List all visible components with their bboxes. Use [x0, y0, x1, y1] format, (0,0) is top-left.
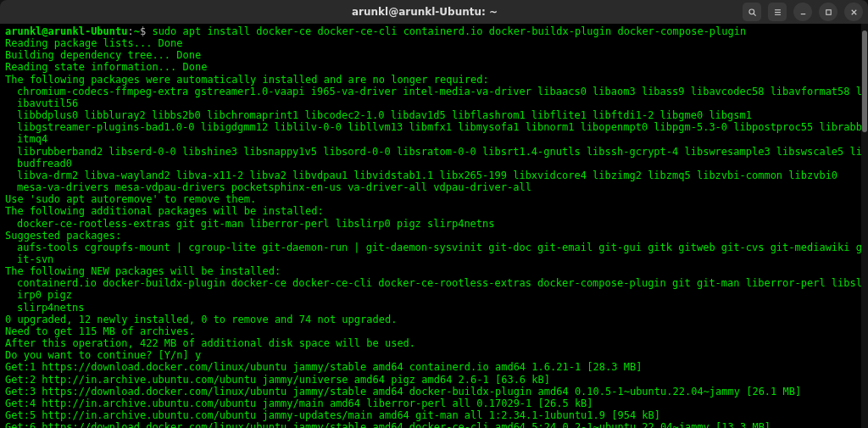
output-line: The following NEW packages will be insta…	[5, 265, 863, 277]
minimize-button[interactable]	[793, 3, 812, 21]
svg-point-0	[748, 8, 754, 14]
output-line: librubberband2 libserd-0-0 libshine3 lib…	[5, 146, 863, 170]
output-line: Get:4 http://in.archive.ubuntu.com/ubunt…	[5, 397, 863, 409]
output-line: The following packages were automaticall…	[5, 74, 863, 86]
minimize-icon	[798, 8, 808, 17]
terminal-scrollbar[interactable]	[861, 24, 868, 428]
output-line: libbdplus0 libbluray2 libbs2b0 libchroma…	[5, 109, 863, 121]
output-line: Get:3 https://download.docker.com/linux/…	[5, 386, 863, 397]
output-line: Get:1 https://download.docker.com/linux/…	[5, 361, 863, 373]
output-line: 0 upgraded, 12 newly installed, 0 to rem…	[5, 314, 863, 325]
scrollbar-thumb[interactable]	[862, 31, 867, 132]
output-line: Need to get 115 MB of archives.	[5, 325, 863, 337]
search-button[interactable]	[743, 3, 761, 21]
close-icon	[849, 8, 859, 17]
output-line: After this operation, 422 MB of addition…	[5, 337, 863, 349]
output-line: Use 'sudo apt autoremove' to remove them…	[5, 193, 863, 205]
output-line: Reading state information... Done	[5, 61, 863, 73]
output-line: slirp4netns	[5, 302, 863, 314]
entered-command: sudo apt install docker-ce docker-ce-cli…	[152, 25, 746, 37]
output-line: containerd.io docker-buildx-plugin docke…	[5, 277, 863, 301]
titlebar-controls	[743, 3, 863, 21]
prompt-sep1: :	[128, 25, 134, 37]
output-line: libgstreamer-plugins-bad1.0-0 libigdgmm1…	[5, 121, 863, 145]
maximize-button[interactable]	[819, 3, 837, 21]
confirm-answer: y	[195, 349, 201, 361]
output-line: aufs-tools cgroupfs-mount | cgroup-lite …	[5, 242, 863, 265]
maximize-icon	[824, 8, 833, 17]
svg-line-1	[754, 14, 756, 16]
prompt-line: arunkl@arunkl-Ubuntu:~$ sudo apt install…	[5, 25, 863, 37]
confirm-question: Do you want to continue? [Y/n]	[5, 349, 195, 361]
window-titlebar: arunkl@arunkl-Ubuntu: ~	[0, 0, 868, 24]
svg-rect-6	[826, 9, 831, 14]
output-line: mesa-va-drivers mesa-vdpau-drivers pocke…	[5, 181, 863, 193]
menu-button[interactable]	[768, 3, 787, 21]
output-line: Get:5 http://in.archive.ubuntu.com/ubunt…	[5, 409, 863, 421]
output-line: Get:2 http://in.archive.ubuntu.com/ubunt…	[5, 374, 863, 386]
output-line: Get:6 https://download.docker.com/linux/…	[5, 421, 863, 428]
terminal-pane[interactable]: arunkl@arunkl-Ubuntu:~$ sudo apt install…	[0, 24, 868, 428]
prompt-user: arunkl@arunkl-Ubuntu	[5, 25, 128, 37]
confirm-line: Do you want to continue? [Y/n] y	[5, 349, 863, 361]
close-button[interactable]	[844, 3, 863, 21]
output-line: Reading package lists... Done	[5, 37, 863, 49]
output-line: chromium-codecs-ffmpeg-extra gstreamer1.…	[5, 86, 863, 109]
prompt-sep2: $	[140, 25, 152, 37]
output-line: The following additional packages will b…	[5, 205, 863, 217]
output-line: libva-drm2 libva-wayland2 libva-x11-2 li…	[5, 170, 863, 181]
hamburger-icon	[773, 8, 782, 17]
output-line: Suggested packages:	[5, 230, 863, 242]
window-title: arunkl@arunkl-Ubuntu: ~	[107, 6, 743, 18]
output-line: docker-ce-rootless-extras git git-man li…	[5, 218, 863, 230]
output-line: Building dependency tree... Done	[5, 49, 863, 61]
prompt-path: ~	[134, 25, 140, 37]
search-icon	[748, 8, 757, 17]
